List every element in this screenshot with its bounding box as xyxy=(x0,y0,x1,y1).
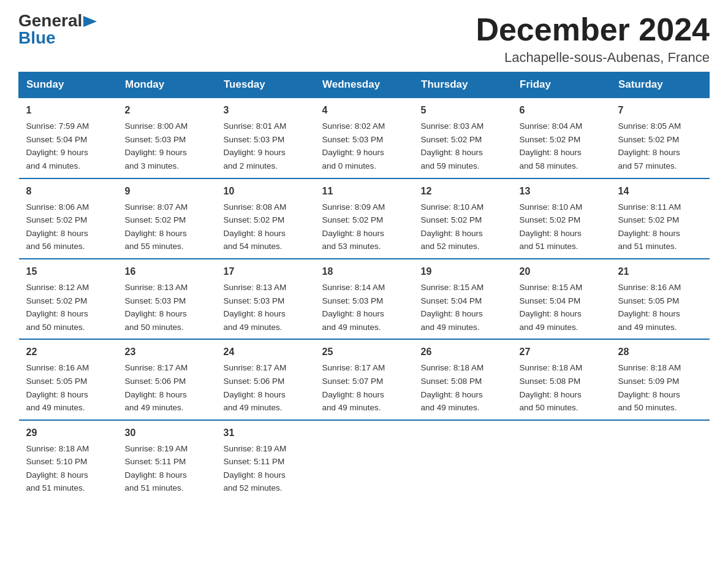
calendar-cell: 30 Sunrise: 8:19 AMSunset: 5:11 PMDaylig… xyxy=(118,420,216,500)
calendar-cell xyxy=(414,420,512,500)
calendar-cell: 22 Sunrise: 8:16 AMSunset: 5:05 PMDaylig… xyxy=(19,339,118,419)
day-info: Sunrise: 8:18 AMSunset: 5:10 PMDaylight:… xyxy=(26,444,89,493)
day-info: Sunrise: 8:13 AMSunset: 5:03 PMDaylight:… xyxy=(125,283,188,332)
calendar-cell: 15 Sunrise: 8:12 AMSunset: 5:02 PMDaylig… xyxy=(19,259,118,339)
main-title: December 2024 xyxy=(476,12,710,47)
logo-general: General xyxy=(18,12,82,29)
day-number: 29 xyxy=(26,426,110,440)
calendar-cell: 29 Sunrise: 8:18 AMSunset: 5:10 PMDaylig… xyxy=(19,420,118,500)
calendar-cell: 19 Sunrise: 8:15 AMSunset: 5:04 PMDaylig… xyxy=(414,259,512,339)
calendar-cell: 26 Sunrise: 8:18 AMSunset: 5:08 PMDaylig… xyxy=(414,339,512,419)
col-monday: Monday xyxy=(118,72,216,98)
col-tuesday: Tuesday xyxy=(216,72,315,98)
day-number: 4 xyxy=(322,103,406,118)
day-number: 13 xyxy=(520,184,604,199)
calendar-cell: 2 Sunrise: 8:00 AMSunset: 5:03 PMDayligh… xyxy=(118,98,216,178)
calendar-cell: 18 Sunrise: 8:14 AMSunset: 5:03 PMDaylig… xyxy=(315,259,414,339)
day-info: Sunrise: 8:18 AMSunset: 5:09 PMDaylight:… xyxy=(618,363,681,412)
calendar-cell: 11 Sunrise: 8:09 AMSunset: 5:02 PMDaylig… xyxy=(315,178,414,259)
calendar-cell xyxy=(512,420,611,500)
logo-arrow-icon xyxy=(83,16,97,27)
calendar-cell: 14 Sunrise: 8:11 AMSunset: 5:02 PMDaylig… xyxy=(611,178,710,259)
day-info: Sunrise: 8:08 AMSunset: 5:02 PMDaylight:… xyxy=(224,202,287,251)
day-number: 16 xyxy=(125,264,209,279)
day-info: Sunrise: 8:04 AMSunset: 5:02 PMDaylight:… xyxy=(520,121,583,170)
calendar-cell: 24 Sunrise: 8:17 AMSunset: 5:06 PMDaylig… xyxy=(216,339,315,419)
day-info: Sunrise: 8:13 AMSunset: 5:03 PMDaylight:… xyxy=(224,283,287,332)
calendar-week-3: 15 Sunrise: 8:12 AMSunset: 5:02 PMDaylig… xyxy=(19,259,710,339)
calendar-cell: 1 Sunrise: 7:59 AMSunset: 5:04 PMDayligh… xyxy=(19,98,118,178)
day-info: Sunrise: 8:02 AMSunset: 5:03 PMDaylight:… xyxy=(322,121,385,170)
logo-blue: Blue xyxy=(18,29,56,47)
day-info: Sunrise: 8:01 AMSunset: 5:03 PMDaylight:… xyxy=(224,121,287,170)
day-number: 11 xyxy=(322,184,406,199)
calendar-cell: 16 Sunrise: 8:13 AMSunset: 5:03 PMDaylig… xyxy=(118,259,216,339)
day-number: 19 xyxy=(421,264,505,279)
calendar-cell: 20 Sunrise: 8:15 AMSunset: 5:04 PMDaylig… xyxy=(512,259,611,339)
day-info: Sunrise: 8:07 AMSunset: 5:02 PMDaylight:… xyxy=(125,202,188,251)
calendar-cell: 27 Sunrise: 8:18 AMSunset: 5:08 PMDaylig… xyxy=(512,339,611,419)
day-number: 15 xyxy=(26,264,110,279)
day-info: Sunrise: 8:18 AMSunset: 5:08 PMDaylight:… xyxy=(421,363,484,412)
day-info: Sunrise: 8:18 AMSunset: 5:08 PMDaylight:… xyxy=(520,363,583,412)
day-number: 7 xyxy=(618,103,702,118)
day-number: 2 xyxy=(125,103,209,118)
day-number: 22 xyxy=(26,345,110,359)
header-row: Sunday Monday Tuesday Wednesday Thursday… xyxy=(19,72,710,98)
col-sunday: Sunday xyxy=(19,72,118,98)
calendar-table: Sunday Monday Tuesday Wednesday Thursday… xyxy=(18,72,710,500)
calendar-week-2: 8 Sunrise: 8:06 AMSunset: 5:02 PMDayligh… xyxy=(19,178,710,259)
day-number: 1 xyxy=(26,103,110,118)
calendar-cell: 12 Sunrise: 8:10 AMSunset: 5:02 PMDaylig… xyxy=(414,178,512,259)
calendar-cell: 28 Sunrise: 8:18 AMSunset: 5:09 PMDaylig… xyxy=(611,339,710,419)
calendar-cell xyxy=(611,420,710,500)
calendar-week-5: 29 Sunrise: 8:18 AMSunset: 5:10 PMDaylig… xyxy=(19,420,710,500)
day-number: 20 xyxy=(520,264,604,279)
day-number: 21 xyxy=(618,264,702,279)
calendar-body: 1 Sunrise: 7:59 AMSunset: 5:04 PMDayligh… xyxy=(19,98,710,500)
col-wednesday: Wednesday xyxy=(315,72,414,98)
calendar-cell: 6 Sunrise: 8:04 AMSunset: 5:02 PMDayligh… xyxy=(512,98,611,178)
day-number: 25 xyxy=(322,345,406,359)
calendar-cell: 31 Sunrise: 8:19 AMSunset: 5:11 PMDaylig… xyxy=(216,420,315,500)
day-number: 30 xyxy=(125,426,209,440)
day-info: Sunrise: 8:09 AMSunset: 5:02 PMDaylight:… xyxy=(322,202,385,251)
calendar-cell: 9 Sunrise: 8:07 AMSunset: 5:02 PMDayligh… xyxy=(118,178,216,259)
calendar-cell: 21 Sunrise: 8:16 AMSunset: 5:05 PMDaylig… xyxy=(611,259,710,339)
day-number: 18 xyxy=(322,264,406,279)
day-info: Sunrise: 8:19 AMSunset: 5:11 PMDaylight:… xyxy=(224,444,287,493)
day-number: 14 xyxy=(618,184,702,199)
col-saturday: Saturday xyxy=(611,72,710,98)
day-number: 17 xyxy=(224,264,308,279)
day-number: 24 xyxy=(224,345,308,359)
day-number: 9 xyxy=(125,184,209,199)
svg-marker-0 xyxy=(83,16,97,27)
day-info: Sunrise: 8:14 AMSunset: 5:03 PMDaylight:… xyxy=(322,283,385,332)
col-thursday: Thursday xyxy=(414,72,512,98)
subtitle: Lachapelle-sous-Aubenas, France xyxy=(476,50,710,66)
day-number: 28 xyxy=(618,345,702,359)
day-info: Sunrise: 8:05 AMSunset: 5:02 PMDaylight:… xyxy=(618,121,681,170)
day-number: 3 xyxy=(224,103,308,118)
day-info: Sunrise: 8:03 AMSunset: 5:02 PMDaylight:… xyxy=(421,121,484,170)
calendar-cell: 25 Sunrise: 8:17 AMSunset: 5:07 PMDaylig… xyxy=(315,339,414,419)
col-friday: Friday xyxy=(512,72,611,98)
logo: General Blue xyxy=(18,12,97,47)
day-number: 6 xyxy=(520,103,604,118)
day-info: Sunrise: 8:17 AMSunset: 5:06 PMDaylight:… xyxy=(125,363,188,412)
page-header: General Blue December 2024 Lachapelle-so… xyxy=(18,12,710,66)
day-number: 5 xyxy=(421,103,505,118)
calendar-cell: 23 Sunrise: 8:17 AMSunset: 5:06 PMDaylig… xyxy=(118,339,216,419)
day-number: 31 xyxy=(224,426,308,440)
calendar-week-1: 1 Sunrise: 7:59 AMSunset: 5:04 PMDayligh… xyxy=(19,98,710,178)
calendar-cell: 10 Sunrise: 8:08 AMSunset: 5:02 PMDaylig… xyxy=(216,178,315,259)
day-info: Sunrise: 8:12 AMSunset: 5:02 PMDaylight:… xyxy=(26,283,89,332)
title-section: December 2024 Lachapelle-sous-Aubenas, F… xyxy=(476,12,710,66)
calendar-cell: 5 Sunrise: 8:03 AMSunset: 5:02 PMDayligh… xyxy=(414,98,512,178)
calendar-cell: 3 Sunrise: 8:01 AMSunset: 5:03 PMDayligh… xyxy=(216,98,315,178)
day-info: Sunrise: 8:17 AMSunset: 5:07 PMDaylight:… xyxy=(322,363,385,412)
day-number: 12 xyxy=(421,184,505,199)
day-info: Sunrise: 8:15 AMSunset: 5:04 PMDaylight:… xyxy=(421,283,484,332)
calendar-cell xyxy=(315,420,414,500)
day-number: 10 xyxy=(224,184,308,199)
